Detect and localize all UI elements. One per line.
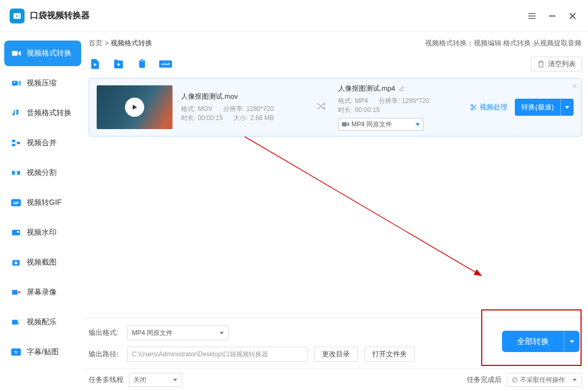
svg-rect-11 xyxy=(12,140,15,142)
sidebar-item-watermark[interactable]: 视频水印 xyxy=(4,220,81,245)
breadcrumb-current: 视频格式转换 xyxy=(111,39,152,47)
change-dir-button[interactable]: 更改目录 xyxy=(314,347,358,362)
svg-rect-30 xyxy=(140,59,144,61)
close-icon[interactable] xyxy=(567,10,578,22)
sidebar-item-label: 字幕/贴图 xyxy=(27,347,59,357)
subtitle-icon: Tr xyxy=(11,347,21,357)
svg-rect-25 xyxy=(12,320,18,325)
svg-rect-8 xyxy=(12,51,18,56)
forbid-icon xyxy=(512,377,518,383)
audio-icon xyxy=(11,108,21,118)
clear-list-button[interactable]: 清空列表 xyxy=(531,57,582,71)
svg-rect-23 xyxy=(12,290,18,295)
menu-icon[interactable] xyxy=(526,10,538,22)
convert-all-caret-icon[interactable] xyxy=(564,331,579,352)
source-filename: 人像抠图测试.mov xyxy=(181,92,304,101)
breadcrumb-home[interactable]: 首页 xyxy=(89,39,103,47)
file-item: 人像抠图测试.mov 格式:MOV 分辨率:1280*720 时长:00:00:… xyxy=(89,78,582,137)
svg-rect-19 xyxy=(12,230,20,236)
paste-icon[interactable] xyxy=(136,58,148,70)
clear-list-label: 清空列表 xyxy=(548,59,576,69)
sidebar-item-label: 视频转GIF xyxy=(27,198,61,208)
video-convert-icon xyxy=(11,48,21,59)
shuffle-icon[interactable] xyxy=(312,101,330,114)
add-folder-icon[interactable] xyxy=(112,58,125,70)
watermark-icon xyxy=(11,227,21,238)
svg-point-36 xyxy=(471,105,473,107)
app-icon xyxy=(10,9,25,23)
breadcrumb: 首页 > 视频格式转换 xyxy=(89,38,152,48)
output-format-select[interactable]: MP4 同原文件 xyxy=(127,325,229,340)
sidebar-item-label: 屏幕录像 xyxy=(27,288,57,297)
sidebar-item-merge[interactable]: 视频合并 xyxy=(4,130,81,156)
output-format-label: 输出格式: xyxy=(89,328,121,338)
video-process-button[interactable]: 视频处理 xyxy=(470,102,507,112)
svg-point-20 xyxy=(17,231,19,233)
svg-marker-33 xyxy=(133,105,137,109)
svg-text:Tr: Tr xyxy=(14,350,18,355)
screenshot-icon xyxy=(11,257,21,268)
sidebar-item-music[interactable]: 视频配乐 xyxy=(4,309,81,335)
sidebar-item-label: 视频格式转换 xyxy=(27,49,72,58)
thread-label: 任务多线程 xyxy=(89,375,123,385)
svg-point-22 xyxy=(14,261,17,264)
convert-caret-icon[interactable] xyxy=(560,99,574,116)
svg-point-24 xyxy=(18,291,21,294)
sidebar-item-split[interactable]: 视频分割 xyxy=(4,160,81,186)
svg-rect-12 xyxy=(12,144,15,147)
sidebar-item-screenshot[interactable]: 视频截图 xyxy=(4,250,81,275)
output-path-label: 输出路径: xyxy=(89,349,121,359)
sidebar-item-label: 视频截图 xyxy=(27,258,57,267)
scissors-icon xyxy=(470,103,477,111)
minimize-icon[interactable] xyxy=(546,10,558,22)
svg-rect-13 xyxy=(17,142,20,145)
app-title: 口袋视频转换器 xyxy=(30,10,90,21)
svg-line-41 xyxy=(245,137,481,275)
sidebar-item-subtitle[interactable]: Tr 字幕/贴图 xyxy=(4,339,81,365)
sidebar-item-compress[interactable]: 视频压缩 xyxy=(4,70,81,96)
thread-select[interactable]: 关闭 xyxy=(129,373,182,387)
sidebar-item-format-convert[interactable]: 视频格式转换 xyxy=(4,41,81,66)
sidebar-item-audio-convert[interactable]: 音频格式转换 xyxy=(4,100,81,126)
merge-icon xyxy=(11,138,21,148)
convert-button[interactable]: 转换(极速) xyxy=(515,99,574,116)
sidebar: 视频格式转换 视频压缩 音频格式转换 视频合并 视频分割 GIF 视频转GIF … xyxy=(0,32,85,391)
sidebar-item-label: 视频合并 xyxy=(27,138,57,148)
sidebar-item-label: 视频配乐 xyxy=(27,317,57,327)
sidebar-item-label: 视频压缩 xyxy=(27,78,57,88)
music-icon xyxy=(11,317,21,328)
add-file-icon[interactable] xyxy=(89,58,101,70)
after-task-label: 任务完成后 xyxy=(467,375,501,385)
split-icon xyxy=(11,167,21,178)
video-small-icon xyxy=(342,122,349,127)
video-thumbnail[interactable] xyxy=(97,85,173,129)
close-card-icon[interactable]: ✕ xyxy=(571,82,578,90)
after-task-select[interactable]: 不采取任何操作 xyxy=(507,373,582,387)
sidebar-item-label: 音频格式转换 xyxy=(27,108,72,118)
svg-rect-34 xyxy=(342,122,347,126)
svg-text:GIF: GIF xyxy=(13,201,19,205)
sidebar-item-record[interactable]: 屏幕录像 xyxy=(4,280,81,305)
svg-text:m3u8: m3u8 xyxy=(161,62,170,66)
compress-icon xyxy=(11,78,21,89)
svg-rect-14 xyxy=(12,171,15,175)
edit-icon[interactable] xyxy=(398,85,405,92)
sidebar-item-label: 视频水印 xyxy=(27,228,57,237)
trash-icon xyxy=(537,60,545,68)
dest-filename: 人像抠图测试.mp4 xyxy=(338,84,395,93)
play-icon xyxy=(125,98,144,117)
svg-marker-35 xyxy=(347,122,349,126)
m3u8-icon[interactable]: m3u8 xyxy=(159,58,172,70)
convert-all-button[interactable]: 全部转换 xyxy=(502,331,579,352)
record-icon xyxy=(11,287,21,298)
format-select[interactable]: MP4 同原文件 xyxy=(338,118,424,131)
header-note: 视频格式转换：视频编辑 格式转换 从视频提取音频 xyxy=(425,38,582,48)
output-path-input[interactable]: C:\Users\Administrator\Desktop\口袋视频转换器 xyxy=(127,347,308,362)
annotation-arrow xyxy=(85,137,587,318)
svg-rect-15 xyxy=(17,171,20,175)
open-dir-button[interactable]: 打开文件夹 xyxy=(364,347,415,362)
gif-icon: GIF xyxy=(11,197,21,208)
svg-marker-9 xyxy=(19,51,21,56)
svg-rect-10 xyxy=(12,81,18,86)
sidebar-item-gif[interactable]: GIF 视频转GIF xyxy=(4,190,81,216)
